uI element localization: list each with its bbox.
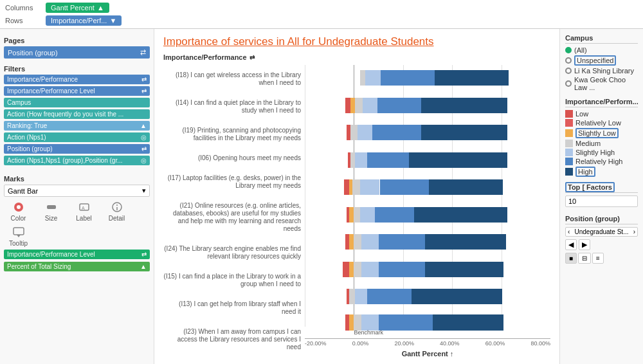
seg-relativelyhigh (375, 207, 414, 223)
seg-medium (350, 125, 358, 140)
x-label-neg20: -20.00% (305, 340, 327, 347)
filter-position-group[interactable]: Position (group) ⇄ (4, 144, 150, 154)
seg-medium (355, 98, 362, 113)
nav-right-btn[interactable]: ▶ (579, 239, 590, 250)
columns-row: Columns Gantt Percent ▲ (5, 3, 638, 13)
seg-medium (350, 152, 356, 168)
bar-row-i14 (305, 93, 550, 118)
filter-importance-level[interactable]: Importance/Performance Level ⇄ (4, 86, 150, 96)
filter-campus[interactable]: Campus (4, 98, 150, 107)
y-label-i23: (I23) When I am away from campus I can a… (163, 328, 301, 351)
seg-slightlyhigh (361, 234, 379, 250)
seg-medium (349, 289, 356, 304)
filter-action-visit[interactable]: Action (How frequently do you visit the … (4, 109, 150, 119)
x-label-0: 0.00% (352, 340, 369, 347)
top-bar: Columns Gantt Percent ▲ Rows Importance/… (0, 0, 643, 29)
campus-li-ka-shing[interactable]: Li Ka Shing Library (565, 67, 638, 75)
seg-relativelyhigh (380, 179, 429, 195)
x-label-40: 40.00% (440, 340, 460, 347)
legend-relativelyhigh: Relatively High (565, 158, 638, 165)
radio-li-ka-shing[interactable] (565, 68, 572, 74)
legend-box-relativelylow (565, 119, 573, 127)
position-group-title: Position (group) (565, 215, 638, 224)
x-label-20: 20.00% (394, 340, 414, 347)
nav-left-btn[interactable]: ◀ (565, 239, 577, 250)
marks-sizing-pill[interactable]: Percent of Total Sizing ▲ (4, 262, 150, 271)
filter-action-multi[interactable]: Action (Nps1,Nps1 (group),Position (gr..… (4, 156, 150, 165)
campus-all[interactable]: (All) (565, 46, 638, 54)
view-btn-3[interactable]: ≡ (592, 253, 604, 264)
bar-row-i19 (305, 120, 550, 145)
bars-container: Benchmark (305, 65, 550, 338)
x-label-80: 80.00% (530, 340, 550, 347)
benchmark-label: Benchmark (354, 329, 383, 336)
legend-relativelylow: Relatively Low (565, 119, 638, 127)
campus-kwa-geok[interactable]: Kwa Geok Choo Law ... (565, 76, 638, 91)
seg-slightlylow (349, 234, 354, 250)
svg-point-1 (17, 205, 21, 209)
left-sidebar: Pages Position (group) ⇄ Filters Importa… (0, 29, 154, 364)
legend-box-slightlylow (565, 129, 573, 137)
seg-slightlyhigh (365, 70, 381, 86)
seg-low (344, 179, 349, 195)
seg-medium (354, 262, 361, 277)
marks-label-btn[interactable]: A Label (69, 201, 98, 222)
y-label-i06: (I06) Opening hours meet my needs (163, 154, 301, 162)
pages-header[interactable]: Position (group) ⇄ (4, 46, 150, 59)
filter-action-nps1[interactable]: Action (Nps1) ◎ (4, 132, 150, 142)
legend-high-label: High (575, 167, 595, 177)
rows-label: Rows (5, 17, 41, 24)
seg-high (421, 98, 507, 113)
pages-title: Pages (4, 37, 150, 44)
filters-title: Filters (4, 65, 150, 73)
marks-type-dropdown[interactable]: Gantt Bar ▾ (4, 185, 150, 197)
legend-box-relativelyhigh (565, 158, 573, 165)
seg-slightlylow (349, 207, 354, 223)
legend-medium: Medium (565, 140, 638, 147)
seg-high (414, 207, 507, 223)
filter-importance-performance[interactable]: Importance/Performance ⇄ (4, 75, 150, 84)
legend-high: High (565, 167, 638, 177)
seg-relativelyhigh (377, 98, 422, 113)
view-buttons: ■ ⊟ ≡ (565, 253, 638, 264)
rows-pill[interactable]: Importance/Perf... ▼ (46, 15, 122, 26)
filter-ranking[interactable]: Ranking: True ▲ (4, 121, 150, 131)
marks-importance-pill[interactable]: Importance/Performance Level ⇄ (4, 250, 150, 259)
seg-slightlyhigh (358, 125, 372, 140)
seg-medium (352, 179, 359, 195)
seg-slightlylow (349, 262, 354, 277)
y-label-i17: (I17) Laptop facilities (e.g. desks, pow… (163, 174, 301, 190)
seg-relativelyhigh (379, 234, 426, 250)
importance-section: Importance/Perform... Low Relatively Low… (565, 98, 638, 178)
seg-slightlyhigh (355, 289, 367, 304)
seg-slightlyhigh (361, 262, 379, 277)
columns-pill[interactable]: Gantt Percent ▲ (46, 3, 109, 13)
radio-unspecified[interactable] (565, 57, 572, 64)
seg-high (435, 70, 509, 86)
bar-row-i23: Benchmark (305, 309, 550, 335)
rows-row: Rows Importance/Perf... ▼ (5, 15, 638, 26)
position-select[interactable]: ‹ Undegraduate St... › (565, 227, 638, 237)
y-label-i18: (I18) I can get wireless access in the L… (163, 71, 301, 87)
view-btn-2[interactable]: ⊟ (578, 253, 591, 264)
topn-input[interactable] (565, 196, 638, 207)
svg-rect-8 (14, 228, 24, 235)
marks-color-btn[interactable]: Color (4, 201, 33, 222)
legend-box-low (565, 110, 573, 118)
campus-unspecified[interactable]: Unspecified (565, 55, 638, 66)
marks-detail-btn[interactable]: Detail (102, 201, 131, 222)
radio-all[interactable] (565, 47, 572, 53)
marks-tooltip-btn[interactable]: Tooltip (4, 226, 33, 247)
topn-title-label: Top [ Factors (565, 182, 615, 192)
topn-section: Top [ Factors (565, 183, 638, 210)
y-label-i21: (I21) Online resources (e.g. online arti… (163, 202, 301, 233)
seg-low (345, 98, 350, 113)
view-btn-1[interactable]: ■ (565, 253, 577, 264)
radio-kwa-geok[interactable] (565, 80, 572, 87)
seg-slightlyhigh (360, 179, 380, 195)
bars-wrapper: Benchmark -20.00% 0.00% 20.00% 40.00% 60… (305, 65, 550, 358)
legend-slightlyhigh: Slightly High (565, 149, 638, 156)
marks-size-btn[interactable]: Size (37, 201, 66, 222)
marks-section: Marks Gantt Bar ▾ Color Size A Label (4, 171, 150, 271)
legend-box-slightlyhigh (565, 149, 573, 156)
